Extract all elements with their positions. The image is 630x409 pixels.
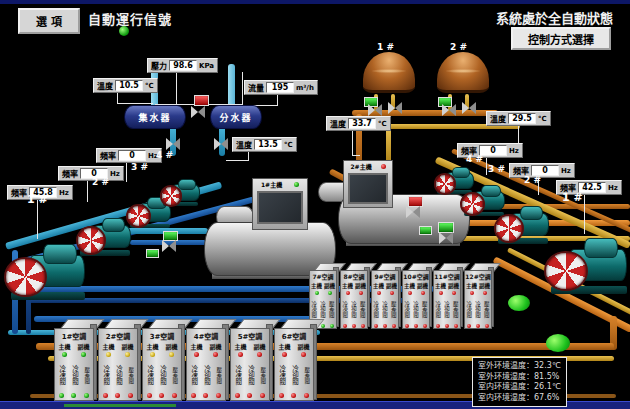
control-mode-button[interactable]: 控制方式選擇 xyxy=(511,27,611,50)
status-led xyxy=(213,352,218,357)
cooling-tower-1[interactable] xyxy=(363,52,415,96)
indoor-humidity-line: 室内环境湿度：67.6% xyxy=(478,393,561,404)
ahu-cabinet-9#空調[interactable]: 9#空調主機副機冷凍閥冷卻閥壓差閥 xyxy=(371,263,402,329)
gauge-unit: KPa xyxy=(199,62,214,70)
status-led xyxy=(238,352,243,357)
main-aux-leds xyxy=(341,291,367,295)
wire xyxy=(126,162,127,182)
tower1-valve-b[interactable] xyxy=(388,102,402,114)
main-aux-leds xyxy=(99,352,137,357)
main-aux-leds xyxy=(403,291,429,295)
ahu-cabinet-11#空調[interactable]: 11#空調主機副機冷凍閥冷卻閥壓差閥 xyxy=(433,263,464,329)
ahu-cabinet-3#空調[interactable]: 3#空調主機副機冷凍閥冷卻閥壓差閥 xyxy=(142,319,186,401)
ahu-cabinet-4#空調[interactable]: 4#空調主機副機冷凍閥冷卻閥壓差閥 xyxy=(186,319,230,401)
status-led xyxy=(452,291,456,295)
main-aux-labels: 主機副機 xyxy=(275,342,313,351)
status-led xyxy=(454,324,458,328)
cabinet-front: 10#空調主機副機冷凍閥冷卻閥壓差閥 xyxy=(402,270,430,329)
status-led xyxy=(439,291,443,295)
options-button[interactable]: 選 項 xyxy=(18,8,80,34)
cw-out-temp-gauge: 溫度33.7°C xyxy=(326,116,391,131)
chiller1-label-bar: 1#主機 xyxy=(253,179,307,190)
wire xyxy=(176,72,177,104)
gauge-value: 13.5 xyxy=(254,139,282,150)
wire xyxy=(352,155,360,156)
bypass-valve-indicator xyxy=(194,95,209,106)
valve-leds xyxy=(275,393,313,398)
chiller2-label: 2#主機 xyxy=(350,162,371,171)
auto-run-signal-label: 自動運行信號 xyxy=(88,9,172,28)
cw-motorized-valve-1[interactable] xyxy=(406,206,420,218)
gauge-label: 溫度 xyxy=(490,113,506,124)
main-aux-leds xyxy=(275,352,313,357)
header-valve-left[interactable] xyxy=(166,138,180,150)
chw-pump-2[interactable] xyxy=(76,216,132,256)
tower2-valve-a[interactable] xyxy=(442,104,456,116)
status-led xyxy=(247,393,252,398)
bypass-valve[interactable] xyxy=(191,106,205,118)
gauge-label: 頻率 xyxy=(100,150,116,161)
pump-fan-icon xyxy=(76,226,106,255)
gauge-value: 33.7 xyxy=(348,118,376,129)
status-led xyxy=(405,324,409,328)
wire xyxy=(584,194,585,234)
cabinet-front: 8#空調主機副機冷凍閥冷卻閥壓差閥 xyxy=(340,270,368,329)
valve-labels: 冷凍閥冷卻閥壓差閥 xyxy=(465,296,491,322)
cw-pump1-label: 1 # xyxy=(562,191,583,204)
ahu-cabinet-2#空調[interactable]: 2#空調主機副機冷凍閥冷卻閥壓差閥 xyxy=(98,319,142,401)
chiller1-control-panel[interactable]: 1#主機 xyxy=(252,178,308,230)
status-led xyxy=(445,324,449,328)
cw-pump2-freq-gauge: 頻率0Hz xyxy=(509,163,575,178)
cw-pump-1[interactable] xyxy=(544,236,630,294)
chiller2-control-panel[interactable]: 2#主機 xyxy=(343,160,393,208)
status-led xyxy=(84,393,89,398)
distributor-tank[interactable]: 分水器 xyxy=(210,105,262,129)
ahu-cabinet-6#空調[interactable]: 6#空調主機副機冷凍閥冷卻閥壓差閥 xyxy=(274,319,318,401)
header-valve-right[interactable] xyxy=(214,138,228,150)
ahu-cabinet-5#空調[interactable]: 5#空調主機副機冷凍閥冷卻閥壓差閥 xyxy=(230,319,274,401)
main-aux-labels: 主機副機 xyxy=(99,342,137,351)
ahu-cabinet-12#空調[interactable]: 12#空調主機副機冷凍閥冷卻閥壓差閥 xyxy=(464,263,495,329)
tower1-valve-a[interactable] xyxy=(368,104,382,116)
cw-motorized-valve-2[interactable] xyxy=(439,232,453,244)
chiller1-label: 1#主機 xyxy=(261,180,282,189)
cw-pump-2[interactable] xyxy=(494,204,550,244)
gauge-value: 29.5 xyxy=(508,113,536,124)
status-led xyxy=(304,393,309,398)
bottom-border-accent xyxy=(64,404,176,407)
collector-tank[interactable]: 集水器 xyxy=(124,105,186,129)
status-led xyxy=(106,352,111,357)
ahu-cabinet-8#空調[interactable]: 8#空調主機副機冷凍閥冷卻閥壓差閥 xyxy=(340,263,371,329)
valve-leds xyxy=(403,324,429,328)
cooling-tower-2[interactable] xyxy=(437,52,489,96)
status-led xyxy=(103,393,108,398)
gauge-unit: °C xyxy=(284,141,293,149)
valve-leds xyxy=(465,324,491,328)
status-led xyxy=(343,324,347,328)
status-led xyxy=(125,352,130,357)
chw-pump4-freq-gauge: 頻率0Hz xyxy=(96,148,162,163)
status-led xyxy=(191,393,196,398)
chiller2-screen xyxy=(348,173,388,204)
status-led xyxy=(467,324,471,328)
wire xyxy=(117,103,153,104)
gauge-label: 頻率 xyxy=(11,187,27,198)
status-box-green-2 xyxy=(146,249,159,258)
chw-motorized-valve[interactable] xyxy=(162,240,176,252)
ahu-cabinet-1#空調[interactable]: 1#空調主機副機冷凍閥冷卻閥壓差閥 xyxy=(54,319,98,401)
ahu-cabinet-10#空調[interactable]: 10#空調主機副機冷凍閥冷卻閥壓差閥 xyxy=(402,263,433,329)
status-led xyxy=(203,393,208,398)
chw-pump4-label: 4 # xyxy=(156,150,173,160)
gauge-label: 壓力 xyxy=(151,60,167,71)
status-led xyxy=(159,393,164,398)
chw-pump-4[interactable] xyxy=(160,178,200,206)
main-aux-labels: 主機副機 xyxy=(187,342,225,351)
status-led xyxy=(436,324,440,328)
pump-motor xyxy=(178,179,195,189)
valve-labels: 冷凍閥冷卻閥壓差閥 xyxy=(55,359,93,391)
tower2-label: 2 # xyxy=(450,42,467,52)
status-led xyxy=(421,291,425,295)
status-led xyxy=(315,291,319,295)
status-led xyxy=(374,324,378,328)
tower2-valve-b[interactable] xyxy=(462,102,476,114)
